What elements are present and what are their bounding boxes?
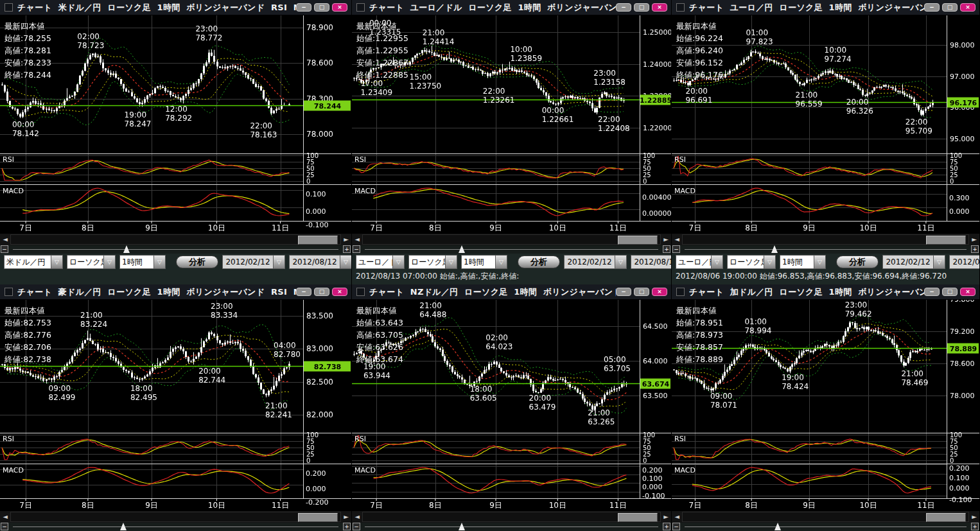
scrollbar-thumb[interactable] [298,513,338,522]
zoom-slider-thumb[interactable] [120,523,127,530]
minimize-button[interactable]: − [296,3,311,12]
zoom-in-button[interactable]: + [971,245,979,253]
zoom-slider-track[interactable] [685,249,967,250]
zoom-slider-track[interactable] [365,249,658,250]
date-to-select[interactable]: 2012/08/12 ▽ [949,255,980,269]
maximize-button[interactable]: □ [314,288,329,296]
scroll-left-arrow[interactable]: ◄ [672,511,682,523]
interval-select[interactable]: 1時間 ▽ [119,255,166,269]
zoom-slider[interactable]: − + [672,523,979,531]
zoom-in-button[interactable]: + [343,245,351,253]
scrollbar-track[interactable] [362,234,661,245]
dropdown-arrow-icon[interactable]: ▽ [273,256,284,268]
dropdown-arrow-icon[interactable]: ▽ [153,256,165,268]
analyze-button[interactable]: 分析 [836,256,879,268]
scroll-right-arrow[interactable]: ► [661,511,671,523]
price-chart-canvas[interactable] [0,300,352,511]
zoom-slider-thumb[interactable] [774,523,781,530]
time-scrollbar[interactable]: ◄ ► [0,234,351,245]
close-button[interactable]: × [652,3,667,12]
close-button[interactable]: × [332,288,347,296]
interval-select[interactable]: 1時間 ▽ [780,255,826,269]
dropdown-arrow-icon[interactable]: ▽ [933,256,945,268]
date-from-select[interactable]: 2012/02/12 ▽ [882,255,945,269]
minimize-button[interactable]: − [924,3,940,12]
dropdown-arrow-icon[interactable]: ▽ [495,256,507,268]
minimize-button[interactable]: − [296,288,311,296]
dropdown-arrow-icon[interactable]: ▽ [340,256,351,268]
maximize-button[interactable]: □ [942,288,958,296]
scrollbar-track[interactable] [10,512,341,522]
dropdown-arrow-icon[interactable]: ▽ [814,256,825,268]
zoom-out-button[interactable]: − [672,523,680,530]
maximize-button[interactable]: □ [314,3,329,12]
window-titlebar[interactable]: チャート 加ドル／円 ローソク足 1時間 ボリンジャーバンド RSI MACD … [672,284,979,300]
zoom-out-button[interactable]: − [353,523,360,530]
minimize-button[interactable]: − [924,288,940,296]
zoom-slider-thumb[interactable] [459,245,465,253]
zoom-slider-thumb[interactable] [459,523,465,530]
date-from-select[interactable]: 2012/02/12 ▽ [222,255,285,269]
scroll-left-arrow[interactable]: ◄ [0,511,10,523]
scroll-left-arrow[interactable]: ◄ [0,234,10,245]
close-button[interactable]: × [332,3,347,12]
scroll-right-arrow[interactable]: ► [969,234,979,245]
analyze-button[interactable]: 分析 [518,256,560,268]
scrollbar-track[interactable] [682,234,969,245]
scroll-left-arrow[interactable]: ◄ [352,234,362,245]
dropdown-arrow-icon[interactable]: ▽ [392,256,404,268]
time-scrollbar[interactable]: ◄ ► [352,234,671,245]
zoom-in-button[interactable]: + [663,523,670,530]
scrollbar-track[interactable] [682,512,969,522]
minimize-button[interactable]: − [616,288,631,296]
dropdown-arrow-icon[interactable]: ▽ [615,256,626,268]
date-to-select[interactable]: 2012/08/12 ▽ [631,255,672,269]
zoom-in-button[interactable]: + [663,245,670,253]
scrollbar-thumb[interactable] [926,236,966,245]
scrollbar-thumb[interactable] [618,513,658,522]
pair-select[interactable]: 米ドル／円 ▽ [4,255,63,269]
dropdown-arrow-icon[interactable]: ▽ [103,256,115,268]
zoom-slider-thumb[interactable] [123,245,130,253]
zoom-slider-track[interactable] [685,527,967,527]
zoom-slider-track[interactable] [365,527,658,527]
scrollbar-thumb[interactable] [618,236,658,245]
zoom-in-button[interactable]: + [343,523,351,530]
zoom-slider[interactable]: − + [0,245,351,254]
zoom-out-button[interactable]: − [1,245,8,253]
zoom-out-button[interactable]: − [672,245,680,253]
zoom-in-button[interactable]: + [971,523,979,530]
window-titlebar[interactable]: チャート ユーロ／ドル ローソク足 1時間 ボリンジャーバンド RSI MACD… [352,0,671,15]
time-scrollbar[interactable]: ◄ ► [0,511,351,523]
scroll-right-arrow[interactable]: ► [341,234,351,245]
scroll-right-arrow[interactable]: ► [969,511,979,523]
analyze-button[interactable]: 分析 [176,256,218,268]
zoom-out-button[interactable]: − [353,245,360,253]
price-chart-canvas[interactable] [0,15,352,234]
price-chart-canvas[interactable] [352,15,672,234]
date-to-select[interactable]: 2012/08/12 ▽ [289,255,352,269]
scroll-right-arrow[interactable]: ► [661,234,671,245]
scrollbar-track[interactable] [362,512,661,522]
zoom-slider[interactable]: − + [352,523,671,531]
dropdown-arrow-icon[interactable]: ▽ [51,256,62,268]
scrollbar-thumb[interactable] [298,236,338,245]
pair-select[interactable]: ユーロ／ドル ▽ [356,255,405,269]
close-button[interactable]: × [960,3,976,12]
interval-select[interactable]: 1時間 ▽ [461,255,507,269]
scrollbar-track[interactable] [10,234,341,245]
chart-style-select[interactable]: ローソク足 ▽ [727,255,776,269]
scroll-right-arrow[interactable]: ► [341,511,351,523]
price-chart-canvas[interactable] [352,300,672,511]
zoom-out-button[interactable]: − [1,523,8,530]
maximize-button[interactable]: □ [942,3,958,12]
dropdown-arrow-icon[interactable]: ▽ [711,256,722,268]
time-scrollbar[interactable]: ◄ ► [672,234,979,245]
minimize-button[interactable]: − [616,3,631,12]
close-button[interactable]: × [960,288,976,296]
dropdown-arrow-icon[interactable]: ▽ [445,256,457,268]
price-chart-canvas[interactable] [672,15,980,234]
maximize-button[interactable]: □ [634,288,649,296]
scroll-left-arrow[interactable]: ◄ [352,511,362,523]
window-titlebar[interactable]: チャート NZドル／円 ローソク足 1時間 ボリンジャーバンド RSI MACD… [352,284,671,300]
